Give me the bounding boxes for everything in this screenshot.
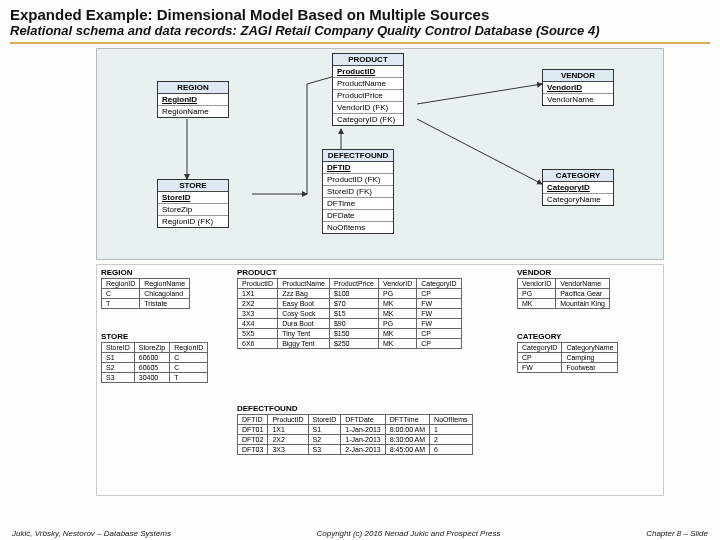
cell: Dura Boot [278,319,330,329]
cell: DFT03 [238,445,268,455]
col-header: StoreID [102,343,135,353]
entity-defectfound: DEFECTFOUND DFTID ProductID (FK) StoreID… [322,149,394,234]
col-header: ProductPrice [329,279,378,289]
cell: $100 [329,289,378,299]
entity-product: PRODUCT ProductID ProductName ProductPri… [332,53,404,126]
cell: $150 [329,329,378,339]
entity-row: DFTID [323,162,393,174]
table-row: 3X3Cosy Sock$15MKFW [238,309,462,319]
cell: Mountain King [556,299,610,309]
footer: Jukić, Vrbsky, Nestorov – Database Syste… [0,529,720,538]
entity-row: RegionID [158,94,228,106]
table-name: STORE [101,331,208,342]
table-row: DFT022X2S21-Jan-20138:30:00 AM2 [238,435,473,445]
cell: Zzz Bag [278,289,330,299]
svg-line-6 [417,119,542,184]
cell: 2-Jan-2013 [341,445,385,455]
cell: C [102,289,140,299]
entity-header: VENDOR [543,70,613,82]
entity-row: CategoryID [543,182,613,194]
cell: FW [417,319,461,329]
svg-line-5 [417,84,542,104]
cell: 1 [430,425,472,435]
entity-store: STORE StoreID StoreZip RegionID (FK) [157,179,229,228]
entity-row: VendorID [543,82,613,94]
cell: Tiny Tent [278,329,330,339]
entity-region: REGION RegionID RegionName [157,81,229,118]
cell: MK [379,309,417,319]
table-row: 6X6Biggy Tent$250MKCP [238,339,462,349]
cell: S1 [308,425,341,435]
table-row: DFT033X3S32-Jan-20138:45:00 AM6 [238,445,473,455]
cell: MK [518,299,556,309]
cell: S1 [102,353,135,363]
col-header: CategoryID [518,343,562,353]
cell: MK [379,329,417,339]
table-row: FWFootwear [518,363,618,373]
cell: FW [417,299,461,309]
entity-row: ProductID (FK) [323,174,393,186]
cell: 8:30:00 AM [385,435,429,445]
entity-row: RegionID (FK) [158,216,228,227]
entity-row: ProductID [333,66,403,78]
table-row: 2X2Easy Boot$70MKFW [238,299,462,309]
cell: $250 [329,339,378,349]
cell: 3X3 [268,445,308,455]
cell: Camping [562,353,618,363]
col-header: DFTTime [385,415,429,425]
cell: CP [417,339,461,349]
cell: PG [379,319,417,329]
col-header: VendorID [379,279,417,289]
footer-right: Chapter 8 – Slide [646,529,708,538]
footer-center: Copyright (c) 2016 Nenad Jukic and Prosp… [316,529,500,538]
col-header: StoreZip [134,343,169,353]
table-category: CATEGORY CategoryIDCategoryNameCPCamping… [517,331,618,373]
cell: PG [518,289,556,299]
cell: 60600 [134,353,169,363]
table-row: 1X1Zzz Bag$100PGCP [238,289,462,299]
col-header: DFTID [238,415,268,425]
entity-row: DFDate [323,210,393,222]
cell: 2 [430,435,472,445]
table-vendor: VENDOR VendorIDVendorNamePGPacifica Gear… [517,267,610,309]
cell: Easy Boot [278,299,330,309]
cell: CP [417,289,461,299]
table-row: DFT011X1S11-Jan-20138:00:00 AM1 [238,425,473,435]
entity-row: RegionName [158,106,228,117]
slide-subtitle: Relational schema and data records: ZAGI… [0,23,720,40]
entity-vendor: VENDOR VendorID VendorName [542,69,614,106]
cell: Tristate [140,299,190,309]
cell: 5X5 [238,329,278,339]
cell: 6X6 [238,339,278,349]
entity-row: DFTime [323,198,393,210]
entity-row: NoOfItems [323,222,393,233]
cell: 60605 [134,363,169,373]
cell: CP [518,353,562,363]
schema-diagram: REGION RegionID RegionName STORE StoreID… [96,48,664,260]
table-name: CATEGORY [517,331,618,342]
entity-header: CATEGORY [543,170,613,182]
entity-row: CategoryName [543,194,613,205]
col-header: RegionID [102,279,140,289]
table-name: VENDOR [517,267,610,278]
entity-header: STORE [158,180,228,192]
cell: Footwear [562,363,618,373]
table-store: STORE StoreIDStoreZipRegionIDS160600CS26… [101,331,208,383]
cell: Chicagoland [140,289,190,299]
table-row: PGPacifica Gear [518,289,610,299]
table-product: PRODUCT ProductIDProductNameProductPrice… [237,267,462,349]
cell: S3 [308,445,341,455]
cell: 8:45:00 AM [385,445,429,455]
data-tables-area: REGION RegionIDRegionNameCChicagolandTTr… [96,264,664,496]
cell: DFT02 [238,435,268,445]
cell: 3X3 [238,309,278,319]
col-header: RegionID [170,343,208,353]
col-header: CategoryID [417,279,461,289]
col-header: ProductID [268,415,308,425]
entity-row: CategoryID (FK) [333,114,403,125]
cell: 2X2 [238,299,278,309]
cell: DFT01 [238,425,268,435]
cell: 6 [430,445,472,455]
entity-row: ProductPrice [333,90,403,102]
divider [10,42,710,44]
